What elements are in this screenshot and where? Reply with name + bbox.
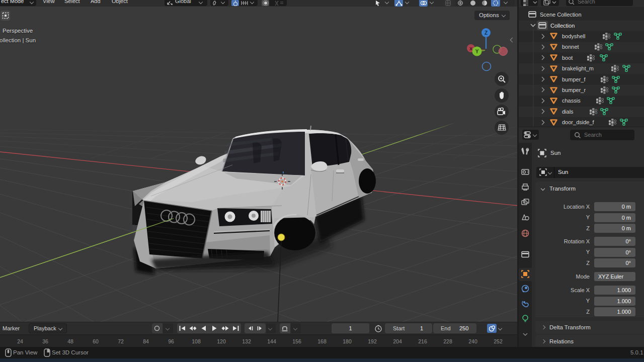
svg-text:brakelight_m: brakelight_m bbox=[562, 65, 594, 71]
svg-text:bonnet: bonnet bbox=[562, 44, 579, 50]
svg-text:Search: Search bbox=[578, 0, 595, 5]
svg-text:X: X bbox=[469, 46, 472, 51]
svg-text:bumper_r: bumper_r bbox=[562, 87, 586, 93]
svg-text:Collection: Collection bbox=[550, 23, 575, 29]
svg-text:dials: dials bbox=[562, 109, 574, 115]
svg-text:bodyshell: bodyshell bbox=[562, 33, 585, 39]
svg-text:bumper_f: bumper_f bbox=[562, 76, 586, 82]
svg-text:boot: boot bbox=[562, 55, 573, 61]
svg-text:chassis: chassis bbox=[562, 98, 581, 104]
svg-text:Z: Z bbox=[485, 30, 488, 36]
svg-text:Y: Y bbox=[475, 49, 479, 54]
svg-text:Scene Collection: Scene Collection bbox=[540, 12, 582, 18]
svg-text:door_dside_f: door_dside_f bbox=[562, 119, 595, 125]
